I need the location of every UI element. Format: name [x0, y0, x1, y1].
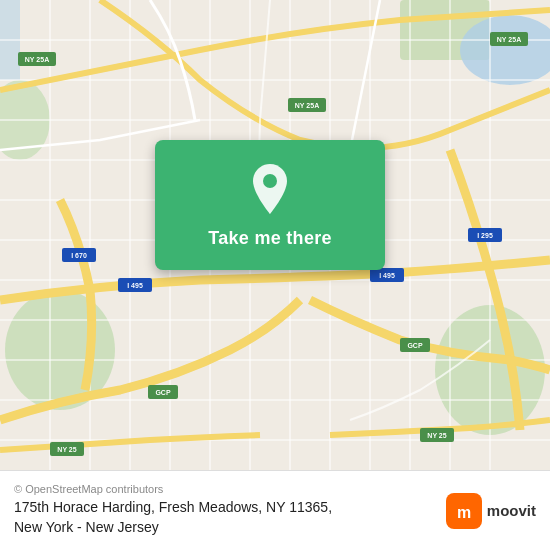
svg-text:GCP: GCP: [155, 389, 171, 396]
take-me-there-button[interactable]: Take me there: [208, 228, 332, 249]
svg-text:m: m: [457, 504, 471, 521]
svg-text:NY 25A: NY 25A: [497, 36, 521, 43]
svg-text:NY 25A: NY 25A: [295, 102, 319, 109]
address-line2: New York - New Jersey: [14, 519, 159, 535]
svg-text:I 295: I 295: [477, 232, 493, 239]
address-line1: 175th Horace Harding, Fresh Meadows, NY …: [14, 499, 332, 515]
moovit-icon: m: [446, 493, 482, 529]
copyright-text: © OpenStreetMap contributors: [14, 483, 434, 495]
info-bar: © OpenStreetMap contributors 175th Horac…: [0, 470, 550, 550]
moovit-text: moovit: [487, 502, 536, 519]
moovit-logo: m moovit: [446, 493, 536, 529]
address-text: 175th Horace Harding, Fresh Meadows, NY …: [14, 498, 434, 537]
location-pin-icon: [246, 162, 294, 218]
map-view: NY 25A NY 25A NY 25A I 670 I 495 I 495 I…: [0, 0, 550, 470]
svg-text:I 495: I 495: [127, 282, 143, 289]
svg-text:I 670: I 670: [71, 252, 87, 259]
svg-text:NY 25A: NY 25A: [25, 56, 49, 63]
moovit-svg-icon: m: [450, 497, 478, 525]
svg-point-52: [263, 174, 277, 188]
svg-text:I 495: I 495: [379, 272, 395, 279]
address-block: © OpenStreetMap contributors 175th Horac…: [14, 483, 434, 537]
svg-text:NY 25: NY 25: [57, 446, 76, 453]
action-card[interactable]: Take me there: [155, 140, 385, 270]
svg-text:GCP: GCP: [407, 342, 423, 349]
svg-text:NY 25: NY 25: [427, 432, 446, 439]
